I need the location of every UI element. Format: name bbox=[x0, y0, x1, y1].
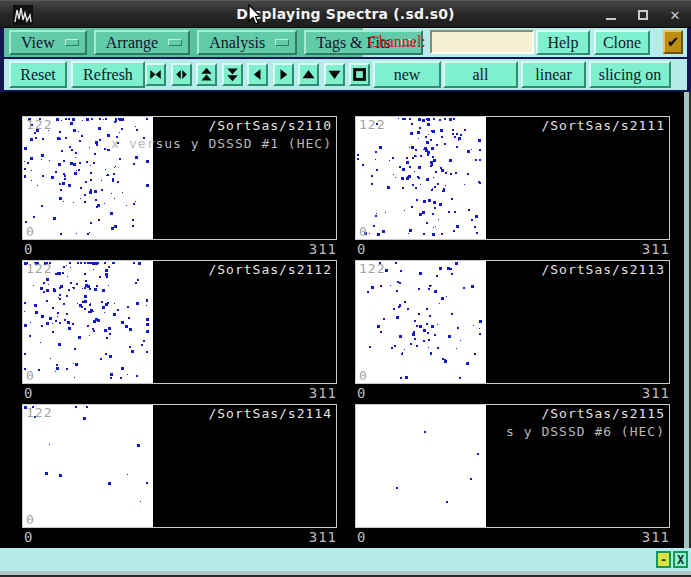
status-close-button[interactable]: X bbox=[673, 551, 688, 568]
minimize-button[interactable] bbox=[603, 7, 619, 23]
channel-input[interactable] bbox=[430, 30, 534, 54]
data-point bbox=[101, 301, 103, 303]
menu-view[interactable]: View bbox=[9, 30, 87, 55]
refresh-button[interactable]: Refresh bbox=[71, 61, 145, 88]
data-point bbox=[428, 347, 429, 348]
new-button[interactable]: new bbox=[373, 61, 441, 88]
menu-analysis[interactable]: Analysis bbox=[197, 30, 297, 55]
data-point bbox=[38, 369, 40, 371]
data-point bbox=[393, 308, 395, 310]
spectrum-subtitle: s y DSSSD #6 (HEC) bbox=[506, 424, 665, 439]
data-point bbox=[74, 172, 77, 175]
data-point bbox=[125, 325, 128, 328]
data-point bbox=[104, 312, 105, 313]
slicing-button[interactable]: slicing on bbox=[589, 61, 671, 88]
data-point bbox=[88, 311, 90, 313]
data-point bbox=[458, 140, 459, 141]
linear-button[interactable]: linear bbox=[521, 61, 586, 88]
data-point bbox=[68, 184, 71, 187]
data-point bbox=[449, 118, 452, 121]
expand-x-icon[interactable] bbox=[171, 63, 192, 86]
data-point bbox=[52, 323, 53, 324]
full-view-icon[interactable] bbox=[349, 63, 370, 86]
data-point bbox=[399, 335, 402, 338]
data-point bbox=[402, 168, 405, 171]
double-up-icon[interactable] bbox=[196, 63, 217, 86]
data-point bbox=[66, 368, 68, 370]
data-point bbox=[29, 335, 31, 337]
spectrum-panel[interactable]: 122 0 /SortSas/s2110 x versus y DSSSD #1… bbox=[22, 116, 337, 240]
data-point bbox=[436, 144, 438, 146]
data-point bbox=[463, 287, 465, 289]
data-point bbox=[24, 302, 26, 304]
data-point bbox=[74, 377, 75, 378]
data-point bbox=[59, 183, 61, 185]
all-button[interactable]: all bbox=[443, 61, 518, 88]
spectrum-panel[interactable]: /SortSas/s2115 s y DSSSD #6 (HEC) bbox=[355, 404, 670, 528]
spectrum-panel[interactable]: 122 0 /SortSas/s2111 bbox=[355, 116, 670, 240]
data-point bbox=[442, 358, 444, 360]
data-point bbox=[140, 501, 141, 502]
close-button[interactable]: ✕ bbox=[667, 7, 683, 23]
reset-button[interactable]: Reset bbox=[9, 61, 67, 88]
clone-button[interactable]: Clone bbox=[594, 30, 650, 55]
data-point bbox=[430, 353, 432, 355]
tag-checkbox[interactable]: ✔ bbox=[663, 30, 683, 54]
data-point bbox=[34, 132, 36, 134]
data-point bbox=[404, 210, 405, 211]
data-point bbox=[63, 266, 65, 268]
data-point bbox=[434, 186, 436, 188]
data-point bbox=[460, 340, 461, 341]
spectrum-panel[interactable]: 122 0 /SortSas/s2114 bbox=[22, 404, 337, 528]
status-minimize-button[interactable]: - bbox=[656, 551, 671, 568]
x-max-label: 311 bbox=[642, 529, 670, 545]
plot-data-region bbox=[356, 261, 486, 383]
data-point bbox=[55, 371, 56, 372]
data-point bbox=[66, 265, 67, 266]
maximize-button[interactable] bbox=[635, 7, 651, 23]
data-point bbox=[74, 348, 76, 350]
data-point bbox=[80, 198, 81, 199]
left-arrow-icon[interactable] bbox=[247, 63, 268, 86]
data-point bbox=[35, 137, 37, 139]
spectrum-panel[interactable]: 122 0 /SortSas/s2113 bbox=[355, 260, 670, 384]
data-point bbox=[80, 262, 82, 264]
spectra-canvas: 122 0 /SortSas/s2110 x versus y DSSSD #1… bbox=[0, 92, 684, 548]
data-point bbox=[41, 205, 43, 207]
data-point bbox=[455, 262, 458, 265]
double-down-icon[interactable] bbox=[222, 63, 243, 86]
data-point bbox=[78, 169, 80, 171]
data-point bbox=[59, 322, 61, 324]
data-point bbox=[396, 290, 398, 292]
up-arrow-icon[interactable] bbox=[298, 63, 319, 86]
data-point bbox=[31, 170, 32, 171]
right-arrow-icon[interactable] bbox=[273, 63, 294, 86]
data-point bbox=[443, 190, 445, 192]
data-point bbox=[141, 344, 143, 346]
data-point bbox=[400, 306, 401, 307]
data-point bbox=[414, 338, 416, 340]
data-point bbox=[468, 174, 469, 175]
menu-arrange[interactable]: Arrange bbox=[94, 30, 190, 55]
data-point bbox=[49, 317, 52, 320]
data-point bbox=[89, 147, 90, 148]
title-bar[interactable]: Displaying Spectra (.sd.s0) ✕ bbox=[0, 0, 691, 28]
data-point bbox=[135, 282, 137, 284]
data-point bbox=[471, 219, 473, 221]
data-point bbox=[399, 166, 401, 168]
y-min-label: 0 bbox=[26, 368, 35, 383]
data-point bbox=[105, 269, 108, 272]
help-button[interactable]: Help bbox=[536, 30, 590, 55]
data-point bbox=[61, 120, 62, 121]
down-arrow-icon[interactable] bbox=[324, 63, 345, 86]
data-point bbox=[452, 133, 454, 135]
spectrum-panel[interactable]: 122 0 /SortSas/s2112 bbox=[22, 260, 337, 384]
data-point bbox=[430, 139, 432, 141]
plot-data-region bbox=[356, 117, 486, 239]
data-point bbox=[70, 122, 73, 125]
data-point bbox=[479, 328, 480, 329]
data-point bbox=[422, 211, 425, 214]
spectrum-panel-group: 122 0 /SortSas/s2110 x versus y DSSSD #1… bbox=[22, 116, 337, 258]
data-point bbox=[402, 187, 404, 189]
shrink-x-icon[interactable] bbox=[145, 63, 166, 86]
